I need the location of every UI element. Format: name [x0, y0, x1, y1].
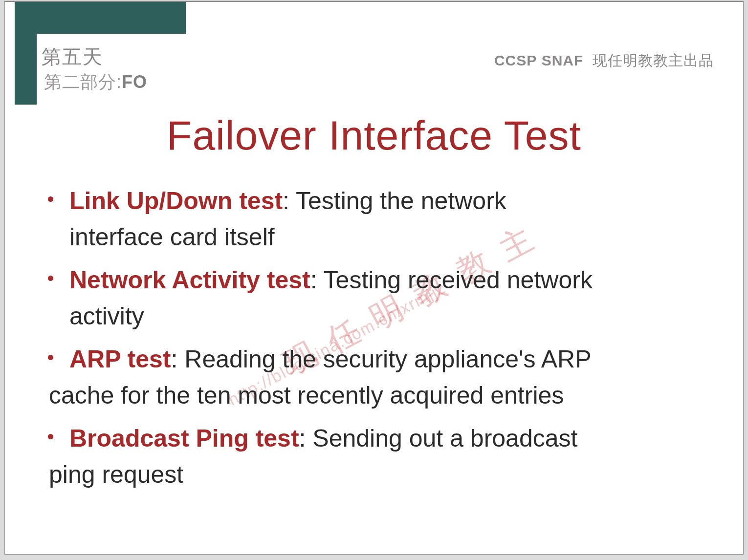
- bullet-hang: ping request: [49, 456, 714, 493]
- bullet-bold: Network Activity test: [69, 266, 310, 294]
- content-area: Link Up/Down test: Testing the network i…: [49, 183, 714, 499]
- bullet-cont: activity: [69, 302, 144, 330]
- slide-title: Failover Interface Test: [5, 112, 743, 159]
- bullet-icon: [48, 196, 53, 202]
- bullet-cont: interface card itself: [69, 223, 275, 251]
- section-code: FO: [122, 72, 147, 92]
- bullet-bold: Broadcast Ping test: [69, 425, 299, 452]
- brand-snaf: SNAF: [542, 52, 584, 68]
- list-item: ARP test: Reading the security appliance…: [49, 341, 714, 413]
- slide-container: 第五天 第二部分:FO CCSP SNAF 现任明教教主出品 Failover …: [0, 0, 748, 560]
- list-item: Network Activity test: Testing received …: [49, 262, 714, 334]
- bullet-bold: ARP test: [69, 345, 171, 373]
- list-item: Broadcast Ping test: Sending out a broad…: [49, 420, 714, 493]
- bullet-hang: cache for the ten most recently acquired…: [49, 377, 714, 413]
- bullet-rest: : Testing the network: [283, 187, 506, 215]
- brand-ccsp: CCSP: [494, 52, 537, 68]
- bullet-rest: : Reading the security appliance's ARP: [171, 345, 591, 373]
- bullet-rest: : Testing received network: [310, 266, 593, 294]
- bullet-icon: [48, 434, 53, 439]
- accent-bar-top: [15, 2, 186, 34]
- brand-suffix: 现任明教教主出品: [593, 52, 714, 68]
- bullet-bold: Link Up/Down test: [69, 187, 283, 215]
- bullet-icon: [48, 355, 53, 360]
- brand-text: CCSP SNAF 现任明教教主出品: [494, 51, 714, 71]
- slide: 第五天 第二部分:FO CCSP SNAF 现任明教教主出品 Failover …: [4, 1, 744, 555]
- bullet-icon: [48, 276, 53, 281]
- day-label: 第五天: [42, 43, 103, 70]
- section-prefix: 第二部分:: [44, 72, 122, 92]
- bullet-rest: : Sending out a broadcast: [299, 425, 578, 452]
- list-item: Link Up/Down test: Testing the network i…: [49, 183, 714, 255]
- accent-bar-side: [15, 34, 37, 105]
- section-label: 第二部分:FO: [44, 70, 147, 94]
